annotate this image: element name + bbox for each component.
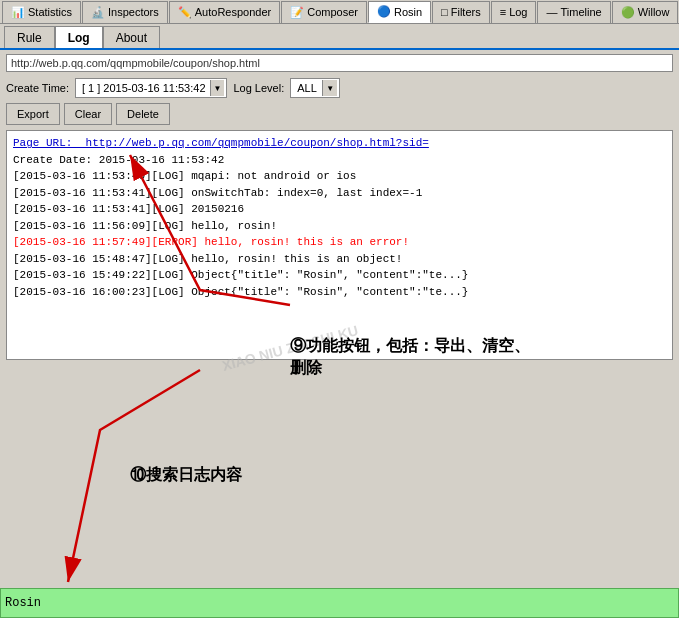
create-time-label: Create Time:: [6, 82, 69, 94]
create-time-arrow-icon: ▼: [210, 80, 225, 96]
nav-tab-composer[interactable]: 📝 Composer: [281, 1, 367, 23]
search-input[interactable]: [5, 596, 674, 610]
filters-icon: □: [441, 6, 448, 18]
url-bar: http://web.p.qq.com/qqmpmobile/coupon/sh…: [6, 54, 673, 72]
sub-tab-rule[interactable]: Rule: [4, 26, 55, 48]
controls-row: Create Time: [ 1 ] 2015-03-16 11:53:42 ▼…: [0, 76, 679, 100]
log-line: [2015-03-16 15:49:22][LOG] Object{"title…: [13, 267, 666, 284]
nav-tab-filters[interactable]: □ Filters: [432, 1, 490, 23]
clear-button[interactable]: Clear: [64, 103, 112, 125]
log-line[interactable]: Page URL: http://web.p.qq.com/qqmpmobile…: [13, 135, 666, 152]
nav-tab-willow[interactable]: 🟢 Willow: [612, 1, 679, 23]
nav-tab-timeline[interactable]: — Timeline: [537, 1, 610, 23]
sub-tab-log[interactable]: Log: [55, 26, 103, 48]
log-line: [2015-03-16 11:57:49][ERROR] hello, rosi…: [13, 234, 666, 251]
log-level-select[interactable]: ALL ▼: [290, 78, 340, 98]
log-line: [2015-03-16 16:00:23][LOG] Object{"title…: [13, 284, 666, 301]
log-level-label: Log Level:: [233, 82, 284, 94]
log-content: Page URL: http://web.p.qq.com/qqmpmobile…: [6, 130, 673, 360]
search-bar[interactable]: [0, 588, 679, 618]
log-level-arrow-icon: ▼: [322, 80, 337, 96]
sub-tabs: Rule Log About: [0, 24, 679, 50]
willow-icon: 🟢: [621, 6, 635, 19]
composer-icon: 📝: [290, 6, 304, 19]
log-line: [2015-03-16 11:53:41][LOG] 20150216: [13, 201, 666, 218]
log-line: [2015-03-16 11:53:40][LOG] mqapi: not an…: [13, 168, 666, 185]
log-line: [2015-03-16 11:56:09][LOG] hello, rosin!: [13, 218, 666, 235]
annotation-search-content: ⑩搜索日志内容: [130, 465, 242, 486]
nav-tab-log[interactable]: ≡ Log: [491, 1, 537, 23]
buttons-row: Export Clear Delete: [0, 100, 679, 128]
nav-tab-inspectors[interactable]: 🔬 Inspectors: [82, 1, 168, 23]
inspectors-icon: 🔬: [91, 6, 105, 19]
top-nav: 📊 Statistics 🔬 Inspectors ✏️ AutoRespond…: [0, 0, 679, 24]
log-line: [2015-03-16 11:53:41][LOG] onSwitchTab: …: [13, 185, 666, 202]
rosin-icon: 🔵: [377, 5, 391, 18]
nav-tab-rosin[interactable]: 🔵 Rosin: [368, 1, 431, 23]
sub-tab-about[interactable]: About: [103, 26, 160, 48]
nav-tab-statistics[interactable]: 📊 Statistics: [2, 1, 81, 23]
nav-tab-autoresponder[interactable]: ✏️ AutoResponder: [169, 1, 280, 23]
autoresponder-icon: ✏️: [178, 6, 192, 19]
log-line: Create Date: 2015-03-16 11:53:42: [13, 152, 666, 169]
log-line: [2015-03-16 15:48:47][LOG] hello, rosin!…: [13, 251, 666, 268]
export-button[interactable]: Export: [6, 103, 60, 125]
timeline-icon: —: [546, 6, 557, 18]
log-icon: ≡: [500, 6, 506, 18]
delete-button[interactable]: Delete: [116, 103, 170, 125]
create-time-select[interactable]: [ 1 ] 2015-03-16 11:53:42 ▼: [75, 78, 227, 98]
statistics-icon: 📊: [11, 6, 25, 19]
